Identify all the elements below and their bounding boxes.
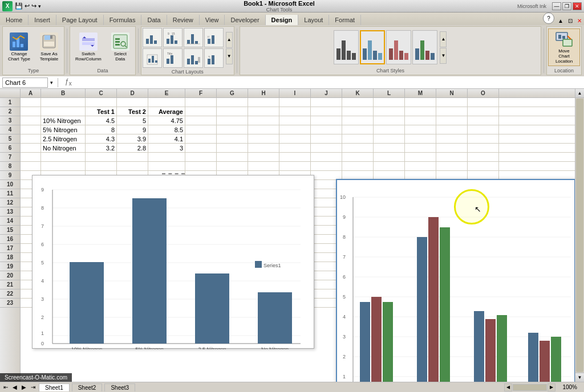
cell[interactable] xyxy=(436,98,468,107)
cell[interactable] xyxy=(436,153,468,161)
cell[interactable] xyxy=(374,162,405,170)
save-as-template-btn[interactable]: Save AsTemplate xyxy=(35,31,63,64)
cell[interactable] xyxy=(436,107,468,116)
cell[interactable]: 2.5 Nitrogen xyxy=(41,134,86,143)
cell[interactable] xyxy=(436,171,468,179)
cell[interactable] xyxy=(21,125,41,134)
hscrollbar[interactable]: ◀ ▶ xyxy=(504,383,555,391)
tab-page-layout[interactable]: Page Layout xyxy=(56,15,104,25)
row-header[interactable]: 11 xyxy=(0,189,20,198)
col-header-L[interactable]: L xyxy=(374,89,405,97)
cell[interactable] xyxy=(311,171,342,179)
row-header[interactable]: 17 xyxy=(0,244,20,253)
cell[interactable] xyxy=(342,162,374,170)
cell[interactable] xyxy=(148,98,185,107)
col-header-J[interactable]: J xyxy=(311,89,342,97)
row-header[interactable]: 9 xyxy=(0,171,20,180)
cell[interactable] xyxy=(217,144,248,152)
cell[interactable] xyxy=(374,107,405,116)
cell[interactable] xyxy=(217,153,248,161)
cell[interactable] xyxy=(436,116,468,125)
cell[interactable] xyxy=(217,134,248,143)
cell[interactable]: 3.2 xyxy=(86,144,117,152)
cell[interactable] xyxy=(248,116,279,125)
cell[interactable] xyxy=(217,116,248,125)
cell[interactable] xyxy=(311,134,342,143)
cell[interactable]: 10% Nitrogen xyxy=(41,116,86,125)
styles-scroll-up[interactable]: ▲ xyxy=(440,31,447,47)
cell[interactable] xyxy=(248,107,279,116)
cell[interactable] xyxy=(468,144,499,152)
cell[interactable] xyxy=(374,116,405,125)
cell[interactable]: Test 2 xyxy=(117,107,148,116)
cell[interactable] xyxy=(185,162,217,170)
vscrollbar[interactable]: ▲ ▼ xyxy=(575,89,584,382)
sheet-tab-3[interactable]: Sheet3 xyxy=(104,383,135,391)
cell[interactable] xyxy=(86,98,117,107)
cell[interactable] xyxy=(374,134,405,143)
layouts-scroll[interactable]: ▲ ▼ xyxy=(226,32,233,64)
chart1[interactable]: 9 8 7 6 5 4 3 2 1 0 xyxy=(32,175,314,349)
cell[interactable] xyxy=(311,144,342,152)
cell[interactable] xyxy=(217,107,248,116)
cell[interactable]: 5 xyxy=(117,116,148,125)
cell[interactable] xyxy=(374,98,405,107)
chart-style-3[interactable] xyxy=(386,30,411,64)
layout-3[interactable] xyxy=(184,28,203,47)
save-qat-btn[interactable]: 💾 xyxy=(15,2,23,10)
cell[interactable]: 8 xyxy=(86,125,117,134)
col-header-E[interactable]: E xyxy=(148,89,185,97)
row-header[interactable]: 3 xyxy=(0,116,20,125)
cell[interactable]: Test 1 xyxy=(86,107,117,116)
win-close2[interactable]: ✕ xyxy=(575,17,584,25)
row-header[interactable]: 8 xyxy=(0,162,20,171)
row-header[interactable]: 23 xyxy=(0,299,20,308)
cell[interactable] xyxy=(21,153,41,161)
cell[interactable] xyxy=(405,125,436,134)
cell[interactable] xyxy=(279,107,311,116)
cell[interactable] xyxy=(342,134,374,143)
row-header[interactable]: 22 xyxy=(0,289,20,299)
change-chart-type-btn[interactable]: ChangeChart Type xyxy=(4,31,34,64)
cell[interactable] xyxy=(279,153,311,161)
cell[interactable] xyxy=(279,162,311,170)
cell[interactable] xyxy=(21,144,41,152)
col-header-K[interactable]: K xyxy=(342,89,374,97)
tab-view[interactable]: View xyxy=(200,15,225,25)
scroll-down-btn[interactable]: ▼ xyxy=(226,48,233,64)
sheet-nav-next[interactable]: ▶ xyxy=(21,384,27,390)
qat-dropdown[interactable]: ▾ xyxy=(38,3,41,9)
sheet-nav-prev[interactable]: ◀ xyxy=(11,384,18,390)
chart2[interactable]: 10 9 8 7 6 5 4 3 2 1 0 xyxy=(336,179,575,382)
cell[interactable] xyxy=(405,98,436,107)
restore-btn[interactable]: ❐ xyxy=(562,2,571,10)
cell[interactable] xyxy=(374,153,405,161)
cell[interactable] xyxy=(311,116,342,125)
chart-style-4[interactable] xyxy=(412,30,437,64)
cell[interactable] xyxy=(468,125,499,134)
cell[interactable] xyxy=(342,116,374,125)
cell[interactable]: 8.5 xyxy=(148,125,185,134)
cell[interactable] xyxy=(217,98,248,107)
col-header-I[interactable]: I xyxy=(279,89,311,97)
cell[interactable] xyxy=(21,107,41,116)
col-header-A[interactable]: A xyxy=(21,89,41,97)
cell[interactable] xyxy=(468,98,499,107)
cell[interactable] xyxy=(374,171,405,179)
cell[interactable] xyxy=(468,153,499,161)
tab-formulas[interactable]: Formulas xyxy=(104,15,142,25)
cell[interactable]: Average xyxy=(148,107,185,116)
win-restore2[interactable]: ⊡ xyxy=(566,17,575,25)
cell[interactable] xyxy=(185,116,217,125)
styles-scroll[interactable]: ▲ ▼ xyxy=(440,31,447,64)
tab-data[interactable]: Data xyxy=(141,15,167,25)
chart-style-2[interactable] xyxy=(360,30,385,64)
cell[interactable] xyxy=(148,153,185,161)
row-header[interactable]: 1 xyxy=(0,98,20,107)
cell[interactable] xyxy=(311,107,342,116)
col-header-N[interactable]: N xyxy=(436,89,468,97)
col-header-C[interactable]: C xyxy=(86,89,117,97)
scroll-thumb[interactable] xyxy=(576,99,583,372)
hscroll-thumb[interactable] xyxy=(513,384,547,391)
cell[interactable] xyxy=(21,134,41,143)
